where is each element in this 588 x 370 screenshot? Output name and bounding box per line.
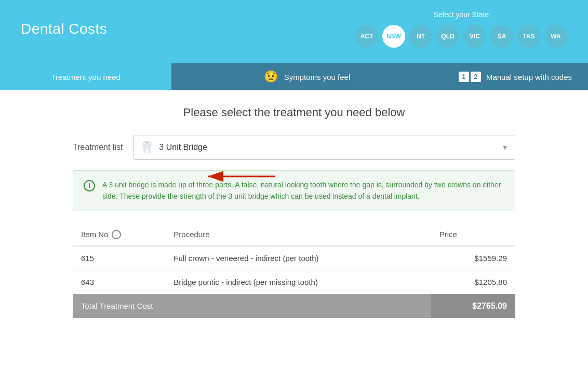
item-no-info-icon[interactable]: i bbox=[112, 230, 121, 239]
manual-codes-icon: 1 2 bbox=[459, 72, 481, 82]
chevron-down-icon: ▼ bbox=[501, 143, 509, 152]
main-content: Please select the treatment you need bel… bbox=[0, 90, 588, 334]
total-price: $2765.09 bbox=[431, 294, 515, 318]
treatment-dropdown[interactable]: 🦷 3 Unit Bridge ▼ bbox=[133, 135, 515, 160]
manual-icon-digit-2: 2 bbox=[471, 72, 481, 82]
nav-manual[interactable]: 1 2 Manual setup with codes bbox=[443, 63, 588, 90]
nav-symptoms[interactable]: 😟 Symptoms you feel bbox=[171, 63, 443, 90]
manual-icon-digit-1: 1 bbox=[459, 72, 469, 82]
total-label: Total Treatment Cost bbox=[73, 294, 431, 318]
state-btn-tas[interactable]: TAS bbox=[517, 25, 540, 48]
col-procedure-header: Procedure bbox=[165, 224, 431, 246]
treatment-list-row: Treatment list 🦷 3 Unit Bridge ▼ bbox=[73, 135, 515, 160]
state-btn-nsw[interactable]: NSW bbox=[382, 25, 405, 48]
app-title: Dental Costs bbox=[21, 21, 107, 37]
table-header-row: Item No i Procedure Price bbox=[73, 224, 515, 246]
tooth-icon: 🦷 bbox=[140, 141, 154, 154]
item-no-615: 615 bbox=[73, 246, 165, 270]
info-icon: i bbox=[84, 180, 95, 191]
state-btn-vic[interactable]: VIC bbox=[463, 25, 486, 48]
nav-bar: Treatment you need 😟 Symptoms you feel 1… bbox=[0, 63, 588, 90]
dropdown-value: 3 Unit Bridge bbox=[159, 143, 496, 152]
info-box: i A 3 unit bridge is made up of three pa… bbox=[73, 170, 515, 211]
state-btn-qld[interactable]: QLD bbox=[436, 25, 459, 48]
state-btn-nt[interactable]: NT bbox=[409, 25, 432, 48]
table-row: 643 Bridge pontic - indirect (per missin… bbox=[73, 270, 515, 294]
col-item-no-header: Item No i bbox=[73, 224, 165, 246]
nav-treatment-label: Treatment you need bbox=[51, 73, 121, 81]
col-price-header: Price bbox=[431, 224, 515, 246]
procedure-615: Full crown - veneered - indirect (per to… bbox=[165, 246, 431, 270]
page-title: Please select the treatment you need bel… bbox=[73, 106, 515, 119]
total-row: Total Treatment Cost $2765.09 bbox=[73, 294, 515, 318]
state-btn-sa[interactable]: SA bbox=[490, 25, 513, 48]
item-no-643: 643 bbox=[73, 270, 165, 294]
header: Dental Costs Select your State ACT NSW N… bbox=[0, 0, 588, 63]
price-643: $1205.80 bbox=[431, 270, 515, 294]
price-615: $1559.29 bbox=[431, 246, 515, 270]
state-buttons: ACT NSW NT QLD VIC SA TAS WA bbox=[355, 25, 567, 48]
procedures-table: Item No i Procedure Price 615 Full crown… bbox=[73, 224, 515, 318]
state-btn-act[interactable]: ACT bbox=[355, 25, 378, 48]
symptom-icon: 😟 bbox=[264, 70, 278, 84]
table-row: 615 Full crown - veneered - indirect (pe… bbox=[73, 246, 515, 270]
procedure-643: Bridge pontic - indirect (per missing to… bbox=[165, 270, 431, 294]
nav-symptoms-label: Symptoms you feel bbox=[284, 73, 351, 81]
state-selector-label: Select your State bbox=[434, 10, 489, 19]
info-text: A 3 unit bridge is made up of three part… bbox=[102, 179, 504, 202]
treatment-list-label: Treatment list bbox=[73, 143, 123, 152]
nav-treatment[interactable]: Treatment you need bbox=[0, 63, 171, 90]
state-selector: Select your State ACT NSW NT QLD VIC SA … bbox=[355, 10, 567, 48]
nav-manual-label: Manual setup with codes bbox=[486, 73, 572, 81]
state-btn-wa[interactable]: WA bbox=[544, 25, 567, 48]
